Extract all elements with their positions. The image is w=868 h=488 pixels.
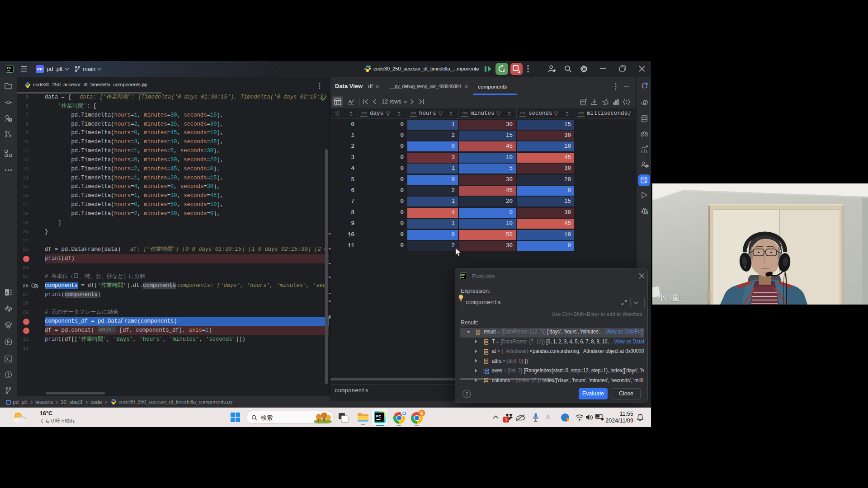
svg-text:k: k — [420, 411, 423, 416]
svg-text:PC: PC — [376, 414, 381, 418]
svg-text:PC: PC — [7, 66, 11, 70]
svg-text:PC: PC — [461, 274, 465, 277]
svg-text:?: ? — [465, 391, 468, 397]
svg-text:?: ? — [9, 119, 11, 122]
svg-text:x: x — [5, 291, 8, 295]
svg-text:2: 2 — [518, 70, 520, 73]
svg-text:1: 1 — [505, 418, 507, 422]
